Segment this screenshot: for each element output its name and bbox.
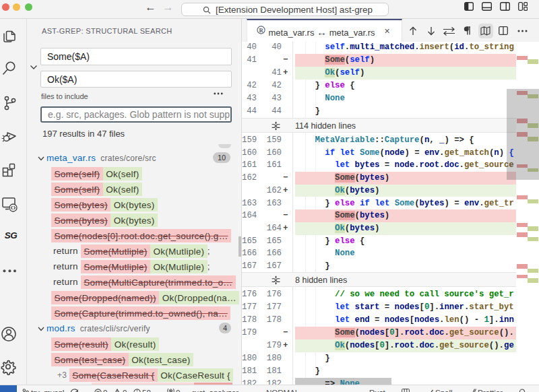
svg-text:R: R <box>259 27 263 34</box>
